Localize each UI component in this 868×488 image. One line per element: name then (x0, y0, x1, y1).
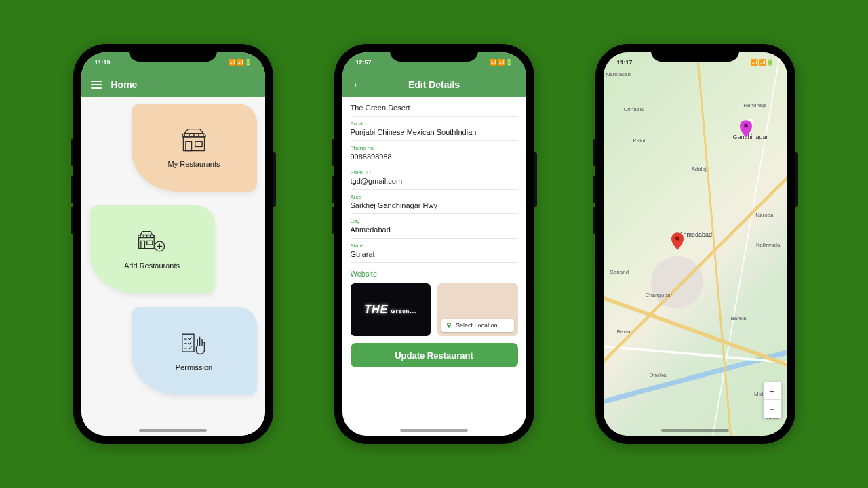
media-row: THEGreen... Select Location (351, 283, 518, 336)
back-icon[interactable]: ← (352, 78, 364, 92)
map-pin-gandhinagar[interactable] (740, 120, 752, 138)
page-title: Edit Details (342, 79, 526, 90)
home-indicator (139, 429, 207, 432)
email-value: tgd@gmail.com (351, 177, 518, 185)
map-label-ahmedabad: Ahmedabad (679, 231, 713, 238)
svg-rect-0 (186, 142, 192, 151)
home-body: My Restaurants Add Restaurants P (81, 97, 265, 436)
card-my-restaurants[interactable]: My Restaurants (132, 104, 257, 192)
app-bar: Home (81, 73, 265, 97)
field-name[interactable]: The Green Desert (351, 102, 518, 117)
permission-icon (180, 331, 208, 357)
card-permission[interactable]: Permission (132, 307, 257, 395)
notch (651, 44, 739, 62)
field-phone[interactable]: Phone no. 9988898988 (351, 141, 518, 165)
app-bar: ← Edit Details (342, 73, 526, 97)
photo-sign: THEGreen... (364, 304, 416, 316)
store-plus-icon (138, 229, 166, 255)
state-value: Gujarat (351, 250, 518, 258)
svg-rect-2 (141, 241, 145, 248)
svg-rect-1 (195, 142, 202, 147)
map-pin-ahmedabad[interactable] (671, 232, 684, 250)
svg-point-6 (744, 124, 748, 128)
map-label-naroda: Naroda (755, 212, 773, 218)
screen-home: 11:19 📶 📶 🔋 Home My Restaurants (81, 52, 265, 436)
zoom-controls: + − (763, 382, 782, 418)
phone-label: Phone no. (351, 145, 518, 151)
food-label: Food (351, 121, 518, 127)
name-value: The Green Desert (351, 104, 518, 112)
card-label: Add Restaurants (124, 262, 180, 270)
zoom-in-button[interactable]: + (764, 382, 781, 400)
map-label-randheja: Randheja (743, 102, 766, 108)
page-title: Home (111, 79, 138, 90)
map-label-dholka: Dholka (650, 372, 667, 378)
field-food[interactable]: Food Punjabi Chinese Mexican SouthIndian (351, 117, 518, 141)
email-label: Email ID (351, 169, 518, 176)
screen-edit: 12:57 📶 📶 🔋 ← Edit Details The Green Des… (342, 52, 526, 436)
status-time: 12:57 (356, 59, 372, 66)
field-email[interactable]: Email ID tgd@gmail.com (351, 165, 518, 190)
field-state[interactable]: State Gujarat (351, 239, 518, 263)
city-value: Ahmedabad (351, 226, 518, 234)
map-label-bareja: Bareja (730, 315, 746, 321)
map-label-chhatral: Chhatral (624, 106, 644, 113)
status-time: 11:19 (95, 59, 111, 66)
field-city[interactable]: City Ahmedabad (351, 214, 518, 239)
notch (390, 44, 478, 62)
status-time: 11:17 (617, 59, 633, 66)
card-add-restaurants[interactable]: Add Restaurants (90, 205, 215, 293)
location-box[interactable]: Select Location (437, 283, 518, 336)
svg-point-7 (675, 237, 679, 241)
map-label-kalol: Kalol (633, 138, 646, 144)
area-value: Sarkhej Gandhinagar Hwy (351, 201, 518, 209)
select-location-label: Select Location (456, 322, 498, 329)
card-label: My Restaurants (167, 160, 220, 168)
status-icons: 📶 📶 🔋 (229, 59, 251, 66)
phone-mock-1: 11:19 📶 📶 🔋 Home My Restaurants (73, 44, 273, 444)
phone-mock-2: 12:57 📶 📶 🔋 ← Edit Details The Green Des… (334, 44, 534, 444)
screen-map: 11:17 📶 📶 🔋 Nandasan Chhatral Kalol Rand… (604, 52, 787, 436)
map-label-changodar: Changodar (646, 292, 673, 298)
map-view[interactable]: Nandasan Chhatral Kalol Randheja Gandhin… (604, 52, 787, 436)
city-label: City (351, 218, 518, 224)
field-area[interactable]: Area Sarkhej Gandhinagar Hwy (351, 190, 518, 214)
status-icons: 📶 📶 🔋 (490, 59, 512, 66)
restaurant-photo[interactable]: THEGreen... (351, 283, 431, 336)
area-label: Area (351, 194, 518, 200)
edit-form: The Green Desert Food Punjabi Chinese Me… (342, 97, 526, 436)
svg-rect-3 (147, 241, 153, 245)
store-icon (180, 127, 208, 153)
map-label-adalaj: Adalaj (692, 166, 707, 172)
website-link[interactable]: Website (351, 270, 518, 278)
status-icons: 📶 📶 🔋 (751, 59, 773, 66)
food-value: Punjabi Chinese Mexican SouthIndian (351, 128, 518, 136)
map-label-bavla: Bavla (617, 329, 631, 335)
home-indicator (400, 429, 468, 432)
map-label-sanand: Sanand (610, 269, 629, 275)
notch (129, 44, 217, 62)
menu-icon[interactable] (91, 81, 102, 89)
map-label-kathwada: Kathwada (756, 242, 781, 248)
state-label: State (351, 243, 518, 249)
select-location-button[interactable]: Select Location (441, 319, 514, 332)
phone-value: 9988898988 (351, 152, 518, 161)
phone-mock-3: 11:17 📶 📶 🔋 Nandasan Chhatral Kalol Rand… (595, 44, 795, 444)
home-indicator (661, 429, 729, 432)
zoom-out-button[interactable]: − (764, 400, 781, 418)
update-restaurant-button[interactable]: Update Restaurant (351, 343, 518, 367)
card-label: Permission (176, 363, 212, 371)
svg-rect-5 (182, 334, 194, 352)
pin-icon (446, 322, 452, 329)
